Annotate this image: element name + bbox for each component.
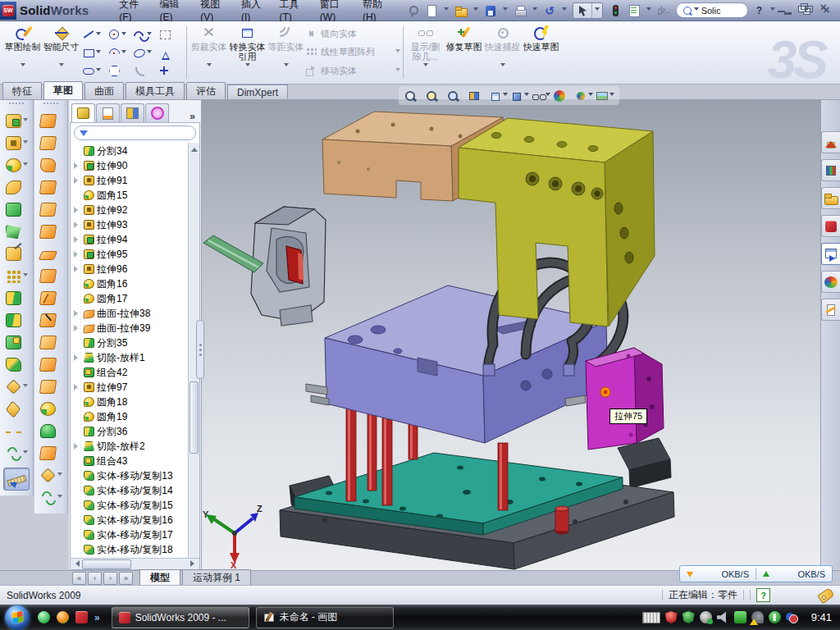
measure-button[interactable] [3, 468, 30, 491]
toolbar-grip[interactable] [43, 103, 58, 107]
task-pane-button[interactable] [821, 271, 840, 293]
dropdown-icon[interactable] [423, 63, 428, 69]
system-utility-icon[interactable] [700, 611, 712, 623]
toolbar-button[interactable] [40, 110, 62, 132]
dropdown-icon[interactable] [147, 50, 152, 56]
command-manager-tab[interactable]: 模具工具 [126, 82, 185, 99]
dropdown-icon[interactable] [588, 93, 593, 98]
open-dropdown-icon[interactable] [473, 7, 478, 13]
toolbar-button[interactable] [6, 132, 28, 154]
hud-button[interactable] [425, 89, 444, 103]
feature-tree-item[interactable]: 实体-移动/复制18 [72, 542, 199, 557]
toolbar-button[interactable] [40, 243, 62, 265]
taskbar-clock[interactable]: 9:41 [811, 611, 832, 623]
keyboard-layout-icon[interactable] [642, 612, 660, 623]
dropdown-icon[interactable] [21, 63, 25, 69]
panel-tab[interactable] [121, 103, 144, 122]
feature-tree-item[interactable]: 拉伸96 [72, 262, 199, 276]
model-3d[interactable]: Y Z X [202, 100, 820, 570]
network-speed-monitor[interactable]: OKB/S OKB/S [679, 565, 833, 582]
dropdown-icon[interactable] [23, 118, 28, 124]
command-button[interactable]: 智能尺寸 [42, 23, 80, 82]
toolbar-button[interactable] [40, 420, 62, 442]
browser-icon[interactable] [57, 611, 69, 623]
hud-button[interactable] [510, 89, 529, 103]
new-dropdown-icon[interactable] [444, 7, 449, 13]
quick-launch-expand-icon[interactable]: » [94, 612, 100, 623]
dropdown-icon[interactable] [96, 68, 101, 74]
expand-arrow-icon[interactable] [74, 162, 81, 169]
doc-close-button[interactable]: × [816, 2, 830, 14]
panel-tab[interactable] [71, 103, 95, 122]
part-insert-block-magenta[interactable] [586, 348, 664, 450]
search-box[interactable]: Solic [676, 2, 748, 18]
graphics-viewport[interactable]: Y Z X 拉伸75 [202, 100, 820, 570]
scroll-right-icon[interactable] [190, 560, 198, 567]
task-pane-button[interactable] [821, 131, 840, 153]
task-pane-button[interactable] [821, 299, 840, 321]
feature-tree-item[interactable]: 实体-移动/复制14 [72, 483, 199, 498]
feature-tree-item[interactable]: 切除-放样1 [72, 350, 199, 365]
tree-horizontal-scrollbar[interactable] [71, 558, 199, 569]
toolbar-button[interactable] [40, 176, 62, 199]
feature-tree-item[interactable]: 实体-移动/复制16 [72, 513, 199, 527]
doc-minimize-button[interactable] [775, 2, 789, 14]
command-button[interactable]: 修复草图 [445, 23, 483, 82]
feature-tree-item[interactable]: 拉伸90 [72, 158, 199, 173]
pin-toolbar-icon[interactable] [406, 4, 419, 17]
task-pane-button[interactable] [821, 187, 840, 209]
toolbar-grip[interactable] [9, 103, 24, 107]
scrollbar-thumb[interactable] [189, 381, 199, 454]
taskbar-task-button[interactable]: 未命名 - 画图 [256, 607, 394, 628]
interference-check-icon[interactable] [609, 4, 622, 17]
task-pane-button[interactable] [821, 243, 840, 265]
feature-tree-item[interactable]: 拉伸93 [72, 217, 199, 232]
feature-tree-item[interactable]: 拉伸95 [72, 247, 199, 262]
save-icon[interactable] [484, 4, 497, 17]
tab-scroll-next-button[interactable]: › [103, 572, 117, 585]
hud-button[interactable] [574, 89, 593, 103]
sketch-entity-button[interactable] [133, 29, 157, 40]
feature-tree-item[interactable]: 实体-移动/复制15 [72, 498, 199, 513]
command-button[interactable]: 快速捕捉 [483, 23, 522, 82]
toolbar-button[interactable] [40, 442, 62, 464]
feature-tree-item[interactable]: 圆角15 [72, 188, 199, 203]
feature-tree-item[interactable]: 拉伸97 [72, 380, 199, 395]
dropdown-icon[interactable] [57, 472, 62, 478]
command-row-button[interactable]: 线性草图阵列 [305, 44, 400, 61]
dropdown-icon[interactable] [23, 273, 28, 279]
toolbar-button[interactable] [40, 376, 62, 398]
toolbar-button[interactable] [6, 442, 28, 464]
feature-tree-item[interactable]: 分割34 [72, 144, 199, 158]
feature-tree-item[interactable]: 圆角19 [72, 409, 199, 424]
feature-tree-item[interactable]: 曲面-拉伸39 [72, 321, 199, 336]
expand-arrow-icon[interactable] [74, 177, 81, 184]
open-document-icon[interactable] [454, 4, 468, 17]
command-button[interactable]: 等距实体 [267, 23, 305, 82]
undo-dropdown-icon[interactable] [562, 7, 567, 13]
feature-tree-item[interactable]: 组合43 [72, 454, 199, 468]
tab-scroll-first-button[interactable]: « [72, 572, 86, 585]
command-button[interactable]: 草图绘制 [3, 23, 42, 82]
command-button[interactable]: 显示/删除几... [406, 23, 445, 82]
toolbar-button[interactable] [6, 420, 28, 442]
security-alert-icon[interactable] [665, 611, 678, 623]
feature-tree-item[interactable]: 实体-移动/复制13 [72, 468, 199, 483]
command-button[interactable]: 转换实体引用 [228, 23, 267, 82]
sketch-entity-button[interactable] [82, 29, 106, 40]
expand-arrow-icon[interactable] [74, 266, 81, 272]
toolbar-button[interactable] [40, 221, 62, 243]
command-manager-tab[interactable]: 草图 [43, 81, 83, 99]
feature-tree-item[interactable]: 分割35 [72, 336, 199, 350]
toolbar-button[interactable] [6, 265, 28, 287]
toolbar-button[interactable] [6, 221, 28, 243]
volume-icon[interactable] [717, 611, 729, 623]
task-pane-button[interactable] [821, 215, 840, 237]
tab-scroll-last-button[interactable]: » [119, 572, 133, 585]
feature-tree-item[interactable]: 组合42 [72, 365, 199, 380]
expand-arrow-icon[interactable] [74, 236, 81, 243]
feature-tree-item[interactable]: 曲面-拉伸38 [72, 306, 199, 321]
dropdown-icon[interactable] [121, 50, 126, 56]
expand-arrow-icon[interactable] [74, 207, 81, 213]
toolbar-button[interactable] [6, 398, 28, 420]
